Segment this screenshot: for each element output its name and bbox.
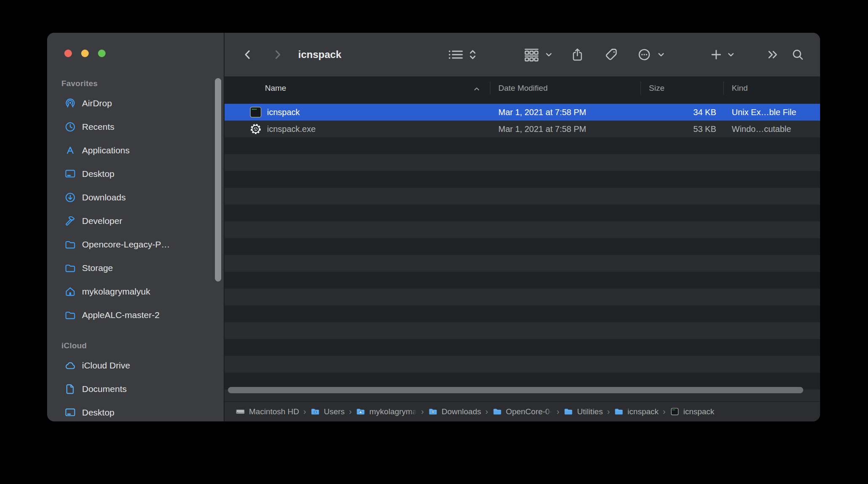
file-kind: Unix Ex…ble File [732, 104, 796, 121]
column-header-date-modified[interactable]: Date Modified [498, 84, 548, 93]
sidebar-item-icloud-drive[interactable]: iCloud Drive [47, 354, 224, 377]
sidebar-item-documents[interactable]: Documents [47, 377, 224, 401]
path-item-label: icnspack [627, 407, 659, 416]
folder-generic-icon [564, 407, 573, 416]
sidebar-item-label: Storage [82, 263, 113, 273]
plus-icon [710, 49, 722, 61]
alternating-row-stripes [225, 104, 820, 401]
sidebar-section-favorites: Favorites [47, 78, 224, 89]
sidebar-item-desktop[interactable]: Desktop [47, 162, 224, 186]
share-icon [571, 47, 584, 62]
airdrop-icon [64, 97, 76, 109]
sidebar-item-label: iCloud Drive [82, 360, 130, 371]
sidebar-item-opencore-legacy-p-[interactable]: Opencore-Legacy-P… [47, 233, 224, 256]
folder-icon [64, 239, 76, 250]
more-actions-button[interactable] [638, 48, 651, 62]
file-row-icnspack[interactable]: icnspackMar 1, 2021 at 7:58 PM34 KBUnix … [225, 104, 820, 121]
path-item-mykolagryma[interactable]: mykolagryma [356, 407, 417, 416]
chevron-left-icon [242, 49, 254, 60]
window-title: icnspack [298, 49, 341, 60]
close-button[interactable] [64, 50, 72, 57]
tags-button[interactable] [604, 47, 619, 62]
toolbar: icnspack [225, 33, 820, 77]
sidebar-item-mykolagrymalyuk[interactable]: mykolagrymalyuk [47, 280, 224, 303]
file-date-modified: Mar 1, 2021 at 7:58 PM [498, 104, 586, 121]
chevron-down-icon [545, 51, 553, 58]
sidebar-item-applealc-master-2[interactable]: AppleALC-master-2 [47, 303, 224, 327]
zoom-button[interactable] [98, 50, 106, 57]
back-button[interactable] [242, 49, 254, 60]
path-item-label: Utilities [577, 407, 603, 416]
view-list-button[interactable] [448, 48, 464, 61]
path-item-users[interactable]: Users [310, 407, 345, 416]
path-item-downloads[interactable]: Downloads [428, 407, 481, 416]
new-item-menu-button[interactable] [728, 51, 735, 58]
path-separator-icon: › [663, 407, 666, 416]
share-button[interactable] [571, 47, 584, 62]
file-name: icnspack [267, 104, 300, 121]
folder-users-icon [310, 407, 320, 416]
sidebar-item-label: AirDrop [82, 98, 112, 108]
chevron-down-icon [658, 51, 665, 58]
path-item-utilities[interactable]: Utilities [564, 407, 603, 416]
sidebar-item-downloads[interactable]: Downloads [47, 186, 224, 209]
path-item-macintosh-hd[interactable]: Macintosh HD [236, 407, 299, 416]
horizontal-scrollbar[interactable] [228, 387, 803, 393]
new-item-button[interactable] [710, 49, 722, 61]
path-item-label: mykolagryma [369, 407, 417, 416]
folder-home-icon [356, 407, 365, 416]
more-actions-menu-button[interactable] [658, 51, 665, 58]
file-date-modified: Mar 1, 2021 at 7:58 PM [498, 121, 586, 137]
sidebar-section-icloud: iCloud [47, 340, 224, 351]
cloud-icon [64, 360, 76, 371]
sidebar-item-developer[interactable]: Developer [47, 209, 224, 233]
windows-executable-icon [249, 123, 262, 135]
path-item-opencore-0-[interactable]: OpenCore-0- [492, 407, 553, 416]
sidebar-item-airdrop[interactable]: AirDrop [47, 92, 224, 115]
minimize-button[interactable] [81, 50, 89, 57]
sidebar-item-label: Recents [82, 122, 114, 132]
sidebar-scrollbar[interactable] [215, 78, 221, 281]
column-divider[interactable] [490, 82, 490, 95]
sidebar-item-label: Documents [82, 384, 127, 394]
more-ellipsis-icon [638, 48, 651, 62]
group-view-icon [524, 47, 540, 62]
sidebar-item-recents[interactable]: Recents [47, 115, 224, 139]
column-header-name[interactable]: Name [265, 84, 286, 93]
column-headers: Name Date Modified Size Kind [225, 77, 820, 100]
tag-icon [604, 47, 619, 62]
column-divider[interactable] [640, 82, 641, 95]
path-item-label: OpenCore-0- [506, 407, 553, 416]
sidebar-item-storage[interactable]: Storage [47, 256, 224, 280]
search-button[interactable] [791, 48, 804, 61]
group-by-button[interactable] [524, 47, 540, 62]
column-header-size[interactable]: Size [649, 84, 664, 93]
file-list: icnspackMar 1, 2021 at 7:58 PM34 KBUnix … [225, 99, 820, 401]
folder-generic-icon [492, 407, 502, 416]
chevron-down-icon [728, 51, 735, 58]
file-kind: Windo…cutable [732, 121, 791, 137]
path-item-label: Users [324, 407, 345, 416]
chevron-right-icon [272, 49, 283, 60]
sidebar-item-label: Opencore-Legacy-P… [82, 239, 170, 250]
file-row-icnspack.exe[interactable]: icnspack.exeMar 1, 2021 at 7:58 PM53 KBW… [225, 121, 820, 137]
path-item-icnspack[interactable]: icnspack [614, 407, 659, 416]
folder-icon [64, 262, 76, 274]
toolbar-overflow-button[interactable] [767, 49, 779, 60]
path-separator-icon: › [303, 407, 306, 416]
desktop-icon [64, 168, 76, 180]
column-divider[interactable] [723, 82, 724, 95]
path-separator-icon: › [421, 407, 424, 416]
window-controls [64, 50, 106, 57]
hard-drive-icon [236, 407, 245, 416]
column-header-kind[interactable]: Kind [732, 84, 748, 93]
list-view-icon [448, 48, 464, 61]
view-arrange-button[interactable] [469, 48, 476, 61]
path-item-icnspack[interactable]: icnspack [670, 407, 715, 416]
document-icon [64, 383, 76, 395]
group-by-menu-button[interactable] [545, 51, 553, 58]
sidebar-item-applications[interactable]: Applications [47, 139, 224, 162]
forward-button[interactable] [272, 49, 283, 60]
file-size: 53 KB [640, 121, 716, 137]
sidebar-item-desktop[interactable]: Desktop [47, 401, 224, 421]
